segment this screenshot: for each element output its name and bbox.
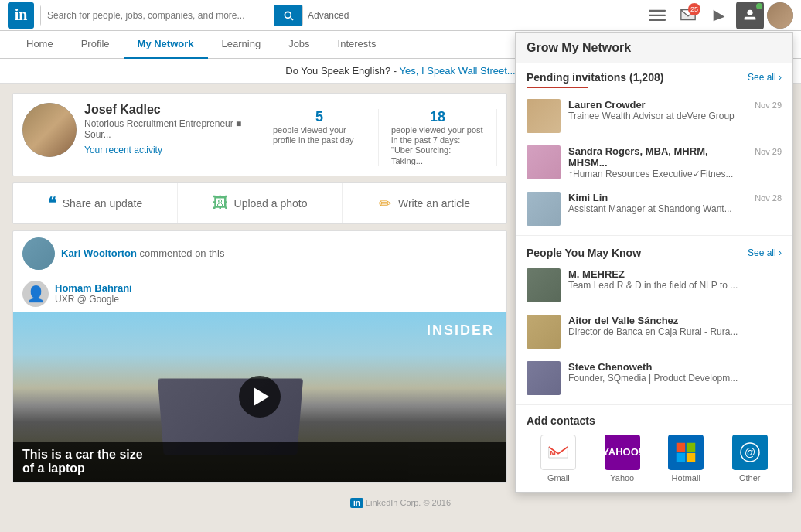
other-label: Other	[739, 473, 761, 483]
person-role: Founder, SQmedia | Product Developm...	[568, 373, 782, 384]
linkedin-logo[interactable]: in	[8, 2, 34, 29]
person-name: M. MEHREZ	[568, 268, 782, 280]
person-avatar	[527, 268, 561, 302]
action-bar: ❝ Share an update 🖼 Upload a photo ✏ Wri…	[12, 182, 507, 224]
default-avatar-icon: 👤	[26, 285, 46, 303]
nav-learning[interactable]: Learning	[208, 31, 275, 59]
image-caption: This is a car the size of a laptop	[13, 442, 506, 482]
invitation-date: Nov 29	[755, 101, 782, 110]
post-user-name[interactable]: Homam Bahrani	[55, 282, 132, 294]
upload-photo-button[interactable]: 🖼 Upload a photo	[178, 183, 343, 223]
other-icon: @	[732, 435, 768, 470]
invitation-item[interactable]: Kimi Lin Assistant Manager at Shandong W…	[516, 186, 792, 232]
svg-rect-9	[687, 452, 695, 461]
section-divider	[516, 235, 792, 236]
person-avatar	[527, 192, 561, 226]
invitation-underline	[527, 87, 588, 88]
svg-text:@: @	[745, 446, 755, 459]
top-navigation: in Advanced 25 Grow My N	[0, 0, 801, 31]
nav-profile[interactable]: Profile	[67, 31, 124, 59]
yahoo-contact-button[interactable]: YAHOO! Yahoo	[598, 435, 646, 483]
nav-my-network[interactable]: My Network	[124, 31, 208, 59]
person-avatar	[527, 361, 561, 395]
invitation-item[interactable]: Sandra Rogers, MBA, MHRM, MHSM... ↑Human…	[516, 139, 792, 186]
svg-rect-7	[687, 442, 695, 451]
search-input[interactable]	[41, 5, 274, 26]
yahoo-label: Yahoo	[610, 473, 634, 483]
pymk-item[interactable]: Aitor del Valle Sánchez Director de Banc…	[516, 309, 792, 355]
gmail-label: Gmail	[547, 473, 570, 483]
invitation-date: Nov 29	[755, 147, 782, 156]
recent-activity-link[interactable]: Your recent activity	[84, 145, 265, 155]
add-contacts-section: Add contacts M Gm	[516, 408, 792, 492]
stat1-desc: people viewed your profile in the past d…	[273, 125, 366, 145]
share-update-label: Share an update	[63, 197, 143, 210]
pending-invitations-section: Pending invitations (1,208) See all	[516, 63, 792, 87]
nav-interests[interactable]: Interests	[324, 31, 390, 59]
person-name: Lauren Crowder	[568, 99, 747, 111]
advanced-link[interactable]: Advanced	[308, 10, 349, 21]
gmail-contact-button[interactable]: M Gmail	[534, 435, 582, 483]
stat1-number: 5	[315, 109, 323, 125]
see-all-pymk-button[interactable]: See all	[748, 247, 782, 258]
brand-label: INSIDER	[427, 322, 494, 339]
write-article-button[interactable]: ✏ Write an article	[343, 183, 506, 223]
banner-link[interactable]: Yes, I Speak Wall Street...	[400, 65, 516, 77]
profile-stats: 5 people viewed your profile in the past…	[273, 106, 497, 166]
write-article-label: Write an article	[398, 197, 470, 210]
messages-button[interactable]: 25	[674, 2, 702, 29]
hotmail-contact-button[interactable]: Hotmail	[662, 435, 710, 483]
footer-text: LinkedIn Corp. © 2016	[366, 498, 451, 507]
person-role: ↑Human Resources Executive✓Fitnes...	[568, 169, 747, 179]
notifications-button[interactable]	[705, 2, 733, 29]
invitation-date: Nov 28	[755, 193, 782, 203]
pymk-label: People You May Know	[527, 247, 641, 259]
post-user-row: 👤 Homam Bahrani UXR @ Google	[13, 276, 506, 312]
profile-title: Notorious Recruitment Entrepreneur ■ Sou…	[84, 118, 265, 140]
invitation-item[interactable]: Lauren Crowder Trainee Wealth Advisor at…	[516, 93, 792, 139]
pending-invitations-label: Pending invitations (1,208)	[527, 71, 663, 84]
pymk-item[interactable]: M. MEHREZ Team Lead R & D in the field o…	[516, 262, 792, 309]
person-name: Sandra Rogers, MBA, MHRM, MHSM...	[568, 145, 747, 169]
share-update-button[interactable]: ❝ Share an update	[13, 183, 178, 223]
grow-network-dropdown: Grow My Network Pending invitations (1,2…	[515, 32, 793, 493]
menu-icon-button[interactable]	[643, 2, 671, 29]
stat2-desc: people viewed your post in the past 7 da…	[391, 125, 484, 166]
play-button[interactable]	[239, 376, 281, 418]
commenter-avatar	[22, 237, 55, 270]
pymk-item[interactable]: Steve Chenoweth Founder, SQmedia | Produ…	[516, 355, 792, 401]
activity-header: Karl Wooltorton commented on this	[13, 231, 506, 276]
person-name: Aitor del Valle Sánchez	[568, 315, 782, 326]
add-connection-button[interactable]	[736, 2, 764, 29]
logo-letter: in	[15, 6, 28, 24]
svg-rect-2	[649, 19, 666, 20]
profile-view-stat: 5 people viewed your profile in the past…	[273, 109, 379, 166]
person-name: Steve Chenoweth	[568, 361, 782, 373]
commenter-action: commented on this	[140, 247, 225, 259]
add-contacts-title: Add contacts	[527, 414, 782, 427]
banner-prefix: Do You Speak English? -	[285, 65, 399, 77]
nav-home[interactable]: Home	[12, 31, 67, 59]
hotmail-label: Hotmail	[672, 473, 700, 483]
nav-jobs[interactable]: Jobs	[274, 31, 323, 59]
commenter-name[interactable]: Karl Wooltorton	[61, 247, 137, 259]
see-all-invitations-button[interactable]: See all	[748, 72, 782, 83]
commenter-avatar-image	[22, 237, 55, 270]
article-icon: ✏	[379, 194, 392, 213]
message-badge: 25	[688, 3, 700, 15]
person-role: Team Lead R & D in the field of NLP to .…	[568, 280, 782, 291]
profile-avatar-image	[22, 103, 77, 157]
dropdown-title: Grow My Network	[516, 33, 792, 63]
person-info: Sandra Rogers, MBA, MHRM, MHSM... ↑Human…	[568, 145, 747, 179]
yahoo-icon: YAHOO!	[605, 435, 640, 470]
post-user-avatar: 👤	[22, 281, 49, 307]
post-view-stat: 18 people viewed your post in the past 7…	[379, 109, 497, 166]
person-avatar	[527, 99, 561, 133]
activity-card: Karl Wooltorton commented on this 👤 Homa…	[12, 230, 507, 483]
person-avatar	[527, 145, 561, 179]
person-role: Director de Banca en Caja Rural - Rura..…	[568, 326, 782, 337]
user-avatar[interactable]	[767, 2, 793, 29]
other-contact-button[interactable]: @ Other	[726, 435, 774, 483]
search-button[interactable]	[274, 5, 302, 26]
person-info: M. MEHREZ Team Lead R & D in the field o…	[568, 268, 782, 291]
